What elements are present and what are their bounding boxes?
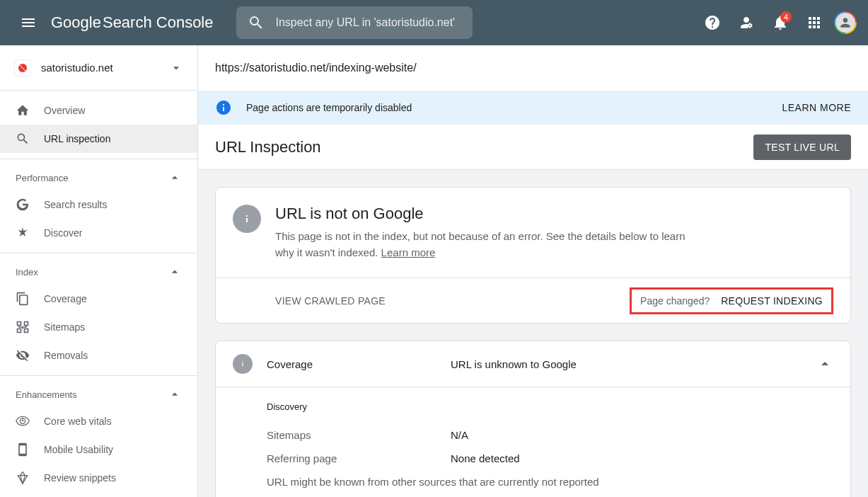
- learn-more-link[interactable]: Learn more: [381, 246, 436, 258]
- asterisk-icon: [16, 226, 30, 240]
- account-avatar[interactable]: [834, 11, 857, 34]
- coverage-header[interactable]: Coverage URL is unknown to Google: [216, 341, 850, 387]
- coverage-row: Referring page None detected: [267, 447, 833, 470]
- sidebar-section-index[interactable]: Index: [0, 253, 197, 285]
- property-name: satoristudio.net: [41, 62, 159, 74]
- sidebar-item-label: Coverage: [44, 293, 87, 304]
- sidebar-item-label: Core web vitals: [44, 416, 112, 427]
- sidebar-section-performance[interactable]: Performance: [0, 159, 197, 190]
- help-icon[interactable]: [698, 8, 727, 37]
- sidebar-item-label: Discover: [44, 227, 82, 239]
- sidebar-item-core-vitals[interactable]: Core web vitals: [0, 407, 197, 435]
- search-icon: [16, 132, 30, 146]
- request-indexing-button[interactable]: REQUEST INDEXING: [721, 295, 823, 307]
- page-header: URL Inspection TEST LIVE URL: [198, 125, 868, 170]
- sidebar-item-removals[interactable]: Removals: [0, 341, 197, 370]
- notifications-icon[interactable]: 4: [766, 8, 794, 37]
- diamond-icon: [16, 471, 30, 485]
- url-inspect-searchbox[interactable]: [236, 6, 473, 39]
- product-logo[interactable]: Google Search Console: [51, 13, 214, 32]
- manage-users-icon[interactable]: [732, 8, 760, 37]
- chevron-up-icon: [816, 355, 833, 372]
- page-title: URL Inspection: [215, 138, 753, 156]
- sidebar-item-label: Sitemaps: [44, 321, 85, 333]
- sidebar-item-label: Removals: [44, 350, 88, 361]
- sidebar-item-discover[interactable]: Discover: [0, 219, 197, 247]
- phone-icon: [16, 442, 30, 457]
- chevron-up-icon: [168, 171, 182, 185]
- chevron-up-icon: [168, 265, 182, 279]
- sidebar-item-review-snippets[interactable]: Review snippets: [0, 464, 197, 492]
- info-status-icon: [233, 354, 253, 374]
- url-status-card: URL is not on Google This page is not in…: [215, 187, 851, 324]
- search-icon: [248, 14, 265, 31]
- coverage-card: Coverage URL is unknown to Google Discov…: [215, 341, 851, 497]
- status-description: This page is not in the index, but not b…: [275, 229, 700, 261]
- view-crawled-page-button[interactable]: VIEW CRAWLED PAGE: [275, 295, 386, 307]
- coverage-note: URL might be known from other sources th…: [267, 470, 833, 488]
- app-header: Google Search Console 4: [0, 0, 868, 45]
- sidebar-item-label: URL inspection: [44, 133, 110, 144]
- banner-text: Page actions are temporarily disabled: [246, 102, 768, 113]
- chevron-up-icon: [168, 387, 182, 401]
- sidebar-item-sitemaps[interactable]: Sitemaps: [0, 313, 197, 341]
- coverage-label: Coverage: [267, 358, 436, 370]
- property-favicon: [14, 59, 31, 76]
- info-icon: [215, 99, 232, 116]
- notification-badge: 4: [780, 11, 792, 23]
- sidebar-section-enhancements[interactable]: Enhancements: [0, 375, 197, 407]
- property-selector[interactable]: satoristudio.net: [0, 45, 197, 91]
- banner-learn-more[interactable]: LEARN MORE: [782, 102, 851, 113]
- sidebar-item-search-results[interactable]: Search results: [0, 190, 197, 219]
- sidebar-item-label: Review snippets: [44, 472, 116, 484]
- test-live-url-button[interactable]: TEST LIVE URL: [753, 135, 851, 160]
- inspected-url[interactable]: https://satoristudio.net/indexing-websit…: [198, 45, 868, 91]
- speed-icon: [16, 414, 30, 428]
- sidebar-item-label: Mobile Usability: [44, 444, 113, 455]
- sidebar-item-coverage[interactable]: Coverage: [0, 285, 197, 313]
- sidebar-item-overview[interactable]: Overview: [0, 96, 197, 125]
- sidebar-item-url-inspection[interactable]: URL inspection: [0, 125, 197, 153]
- sitemap-icon: [16, 320, 30, 334]
- dropdown-icon: [169, 61, 183, 75]
- sidebar-item-label: Search results: [44, 199, 107, 210]
- apps-icon[interactable]: [800, 8, 828, 37]
- sidebar: satoristudio.net Overview URL inspection…: [0, 45, 198, 497]
- home-icon: [16, 103, 30, 118]
- menu-icon[interactable]: [11, 6, 45, 40]
- sidebar-item-mobile-usability[interactable]: Mobile Usability: [0, 435, 197, 464]
- info-banner: Page actions are temporarily disabled LE…: [198, 91, 868, 125]
- request-indexing-highlight: Page changed? REQUEST INDEXING: [630, 287, 833, 314]
- status-title: URL is not on Google: [275, 205, 700, 223]
- coverage-row: Sitemaps N/A: [267, 423, 833, 447]
- google-g-icon: [16, 198, 30, 212]
- pages-icon: [16, 292, 30, 306]
- info-status-icon: [233, 205, 261, 233]
- sidebar-item-label: Overview: [44, 105, 85, 116]
- coverage-value: URL is unknown to Google: [451, 358, 802, 370]
- search-input[interactable]: [276, 16, 462, 29]
- visibility-off-icon: [16, 348, 30, 362]
- discovery-heading: Discovery: [267, 401, 833, 412]
- page-changed-label: Page changed?: [640, 295, 710, 307]
